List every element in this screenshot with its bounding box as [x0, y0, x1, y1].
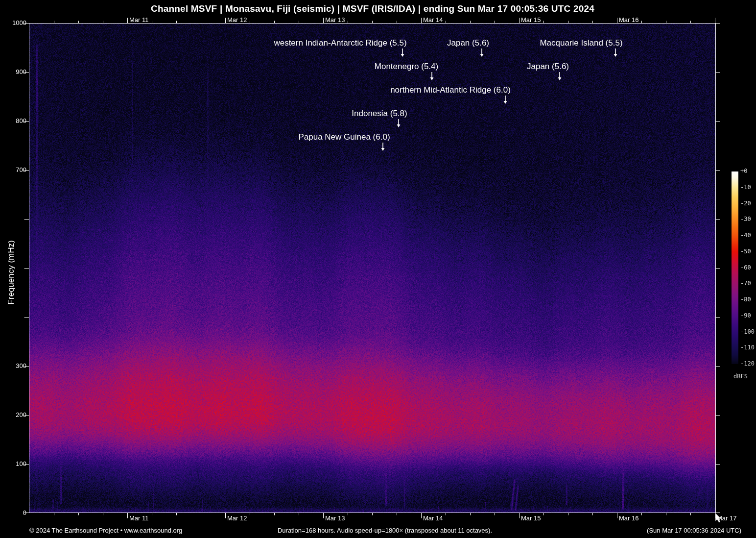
event-annotation: Japan (5.6): [447, 38, 489, 48]
colorbar-tick-label: -40: [740, 232, 751, 239]
y-tick-label: 1000: [0, 19, 26, 26]
x-tick-label-top: Mar 16: [619, 16, 638, 24]
colorbar-tick-label: +0: [740, 168, 747, 174]
spectrogram-image: [29, 23, 715, 513]
event-annotation: western Indian-Antarctic Ridge (5.5): [274, 38, 406, 48]
colorbar-tick-label: -70: [740, 280, 751, 287]
y-tick-label: 300: [0, 362, 26, 369]
x-tick-label-bottom: Mar 12: [227, 514, 247, 522]
x-tick-label-top: Mar 13: [325, 16, 345, 24]
y-tick-label: 200: [0, 411, 26, 418]
y-tick-label: 700: [0, 166, 26, 173]
colorbar-tick-label: -60: [740, 264, 751, 271]
event-annotation: Japan (5.6): [527, 62, 569, 72]
colorbar-tick-label: -10: [740, 184, 751, 191]
y-tick-label: 0: [0, 509, 26, 516]
event-annotation: Papua New Guinea (6.0): [298, 132, 390, 142]
x-tick-label-top: Mar 12: [227, 16, 247, 24]
colorbar-tick-label: -30: [740, 216, 751, 222]
colorbar-tick-label: -120: [740, 360, 755, 367]
colorbar-tick-label: -110: [740, 344, 755, 351]
x-tick-label-bottom: Mar 13: [325, 514, 345, 522]
x-tick-label-bottom: Mar 11: [129, 514, 149, 522]
colorbar-tick-label: -80: [740, 296, 751, 303]
event-annotation: Indonesia (5.8): [352, 109, 407, 119]
colorbar-tick-label: -90: [740, 312, 751, 319]
y-tick-label: 800: [0, 117, 26, 124]
spectrogram-page: Channel MSVF | Monasavu, Fiji (seismic) …: [0, 0, 756, 538]
event-annotation: Montenegro (5.4): [375, 62, 438, 72]
footer-duration: Duration=168 hours. Audio speed-up=1800×…: [278, 527, 492, 534]
colorbar-tick-label: -50: [740, 248, 751, 255]
colorbar-tick-label: -100: [740, 328, 755, 335]
x-tick-label-bottom: Mar 15: [521, 514, 541, 522]
y-tick-label: 100: [0, 460, 26, 467]
colorbar-gradient: [732, 171, 738, 364]
x-tick-label-top: Mar 15: [521, 16, 541, 24]
y-axis-title: Frequency (mHz): [6, 238, 16, 307]
event-annotation: Macquarie Island (5.5): [540, 38, 622, 48]
chart-title: Channel MSVF | Monasavu, Fiji (seismic) …: [151, 3, 594, 14]
footer-timestamp: (Sun Mar 17 00:05:36 2024 UTC): [647, 527, 741, 534]
x-tick-label-top: Mar 11: [129, 16, 149, 24]
footer-copyright: © 2024 The Earthsound Project • www.eart…: [29, 527, 182, 534]
x-tick-label-bottom: Mar 14: [423, 514, 443, 522]
x-tick-label-top: Mar 14: [423, 16, 443, 24]
x-tick-label-bottom: Mar 16: [619, 514, 638, 522]
colorbar-tick-label: -20: [740, 200, 751, 207]
y-tick-label: 900: [0, 68, 26, 75]
x-tick-label-bottom: Mar 17: [717, 514, 736, 522]
colorbar-unit-label: dBFS: [733, 373, 748, 380]
event-annotation: northern Mid-Atlantic Ridge (6.0): [390, 85, 511, 95]
